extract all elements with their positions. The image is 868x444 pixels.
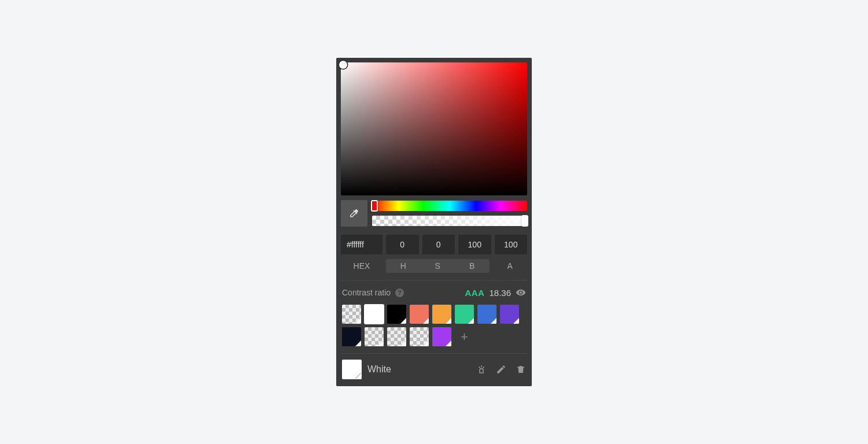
alpha-thumb[interactable] [521, 215, 528, 227]
alpha-slider[interactable] [372, 216, 527, 226]
color-swatch[interactable] [365, 305, 384, 324]
color-picker-panel: HEX H S B A Contrast ratio ? AAA 18.36 +… [336, 58, 532, 386]
color-swatch[interactable] [365, 327, 384, 346]
hue-slider[interactable] [372, 201, 527, 211]
s-label[interactable]: S [421, 259, 455, 273]
brightness-input[interactable] [458, 235, 491, 254]
color-swatch[interactable] [455, 305, 474, 324]
hue-input[interactable] [386, 235, 419, 254]
h-label[interactable]: H [386, 259, 421, 273]
sb-cursor[interactable] [339, 61, 347, 69]
edit-icon[interactable] [496, 364, 506, 375]
color-swatch[interactable] [500, 305, 519, 324]
detach-icon[interactable] [476, 364, 487, 375]
color-swatch[interactable] [432, 305, 451, 324]
contrast-rating: AAA [465, 288, 484, 298]
current-color-swatch[interactable] [342, 360, 362, 379]
a-label: A [493, 261, 528, 271]
alpha-input[interactable] [495, 235, 528, 254]
color-swatch[interactable] [387, 327, 406, 346]
hue-thumb[interactable] [371, 200, 378, 212]
trash-icon[interactable] [516, 364, 526, 375]
saturation-brightness-area[interactable] [341, 62, 527, 195]
contrast-value: 18.36 [489, 288, 511, 298]
b-label[interactable]: B [455, 259, 490, 273]
help-icon[interactable]: ? [395, 288, 404, 297]
color-swatch[interactable] [477, 305, 496, 324]
hex-input[interactable] [341, 235, 382, 254]
color-swatch[interactable] [342, 327, 361, 346]
eyedropper-button[interactable] [341, 200, 367, 227]
eyedropper-icon [349, 208, 359, 219]
color-name: White [367, 364, 470, 375]
color-swatch[interactable] [410, 327, 429, 346]
color-model-toggle[interactable]: H S B [386, 259, 490, 273]
hex-label: HEX [341, 261, 382, 271]
saturation-input[interactable] [422, 235, 455, 254]
color-swatch[interactable] [387, 305, 406, 324]
color-swatch[interactable] [432, 327, 451, 346]
swatches-grid: + [341, 304, 527, 354]
eye-icon[interactable] [516, 287, 526, 298]
color-swatch[interactable] [342, 305, 361, 324]
contrast-label: Contrast ratio [342, 288, 391, 297]
add-swatch-button[interactable]: + [455, 327, 474, 346]
color-swatch[interactable] [410, 305, 429, 324]
